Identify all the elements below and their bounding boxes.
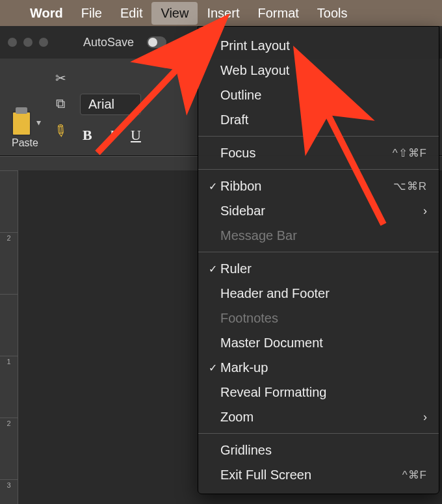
cut-icon[interactable]: ✂ <box>55 70 66 86</box>
menu-shortcut: ⌥⌘R <box>393 179 427 193</box>
ruler-tick: 2 <box>0 232 18 294</box>
ruler-tick: 1 <box>0 356 18 418</box>
menu-item-label: Gridlines <box>220 443 427 458</box>
menu-separator <box>198 136 439 137</box>
menu-item-zoom[interactable]: Zoom› <box>198 405 439 429</box>
menu-tools[interactable]: Tools <box>308 2 357 25</box>
menu-item-gridlines[interactable]: Gridlines <box>198 438 439 462</box>
menu-separator <box>198 433 439 434</box>
check-icon: ✓ <box>205 180 220 192</box>
menu-item-label: Ribbon <box>220 179 393 194</box>
autosave-label: AutoSave <box>83 36 134 49</box>
format-painter-icon[interactable]: ✎ <box>49 120 71 142</box>
menu-view[interactable]: View <box>151 2 198 25</box>
bold-button[interactable]: B <box>83 127 92 144</box>
menu-insert[interactable]: Insert <box>198 2 248 25</box>
menu-item-label: Reveal Formatting <box>220 385 427 400</box>
menubar: Word File Edit View Insert Format Tools <box>0 0 442 26</box>
zoom-icon[interactable] <box>39 38 48 47</box>
check-icon: ✓ <box>205 40 220 52</box>
menu-item-label: Footnotes <box>220 311 427 326</box>
chevron-down-icon[interactable]: ▾ <box>36 117 41 127</box>
chevron-right-icon: › <box>423 410 427 424</box>
menu-item-label: Zoom <box>220 410 423 425</box>
check-icon: ✓ <box>205 362 220 374</box>
menu-item-ribbon[interactable]: ✓Ribbon⌥⌘R <box>198 174 439 198</box>
menu-format[interactable]: Format <box>248 2 307 25</box>
paste-icon[interactable] <box>9 107 34 137</box>
menu-item-mark-up[interactable]: ✓Mark-up <box>198 355 439 380</box>
chevron-right-icon: › <box>423 204 427 218</box>
menu-shortcut: ^⌘F <box>402 468 427 482</box>
menu-item-label: Web Layout <box>220 63 427 78</box>
menu-item-label: Header and Footer <box>220 286 427 301</box>
menu-item-message-bar: Message Bar <box>198 223 439 248</box>
italic-button[interactable]: I <box>109 127 114 144</box>
menu-item-focus[interactable]: Focus^⇧⌘F <box>198 140 439 165</box>
menu-shortcut: ^⇧⌘F <box>393 146 427 160</box>
menu-separator <box>198 169 439 170</box>
menu-item-master-document[interactable]: Master Document <box>198 330 439 355</box>
ruler-tick: 3 <box>0 479 18 504</box>
menu-item-print-layout[interactable]: ✓Print Layout <box>198 33 439 58</box>
font-group: Arial B I U <box>80 94 141 144</box>
menu-item-web-layout[interactable]: Web Layout <box>198 58 439 83</box>
menu-item-label: Mark-up <box>220 360 427 375</box>
menu-item-label: Outline <box>220 88 427 103</box>
menu-item-label: Message Bar <box>220 228 427 243</box>
view-menu-dropdown: ✓Print LayoutWeb LayoutOutlineDraftFocus… <box>198 26 439 494</box>
menu-item-exit-full-screen[interactable]: Exit Full Screen^⌘F <box>198 462 439 487</box>
menu-separator <box>198 252 439 252</box>
menu-file[interactable]: File <box>72 2 111 25</box>
menu-item-label: Ruler <box>220 261 427 276</box>
menu-item-sidebar[interactable]: Sidebar› <box>198 198 439 223</box>
check-icon: ✓ <box>205 263 220 275</box>
menu-item-label: Focus <box>220 146 393 161</box>
menu-item-ruler[interactable]: ✓Ruler <box>198 256 439 281</box>
menu-item-label: Print Layout <box>220 38 427 53</box>
menu-item-footnotes: Footnotes <box>198 306 439 330</box>
ruler-tick <box>0 294 18 356</box>
underline-button[interactable]: U <box>131 127 141 144</box>
menu-edit[interactable]: Edit <box>111 2 151 25</box>
minimize-icon[interactable] <box>23 38 32 47</box>
copy-icon[interactable]: ⧉ <box>56 96 65 111</box>
ruler-tick: 2 <box>0 418 18 479</box>
close-icon[interactable] <box>8 38 17 47</box>
menu-item-label: Draft <box>220 113 427 127</box>
menu-item-outline[interactable]: Outline <box>198 83 439 107</box>
autosave-toggle[interactable] <box>147 36 166 48</box>
menu-app[interactable]: Word <box>21 2 72 25</box>
menu-item-label: Exit Full Screen <box>220 468 402 483</box>
menu-item-draft[interactable]: Draft <box>198 107 439 132</box>
clipboard-side-icons: ✂ ⧉ ✎ <box>54 70 67 140</box>
ruler-vertical[interactable]: 2 1 2 3 4 <box>0 170 18 504</box>
font-name-select[interactable]: Arial <box>80 94 141 115</box>
menu-item-label: Master Document <box>220 336 427 351</box>
ruler-tick <box>0 170 18 232</box>
paste-group: ▾ Paste <box>9 107 41 149</box>
menu-item-label: Sidebar <box>220 204 423 219</box>
menu-item-reveal-formatting[interactable]: Reveal Formatting <box>198 380 439 405</box>
traffic-lights <box>8 38 48 47</box>
paste-label: Paste <box>12 137 38 149</box>
menu-item-header-and-footer[interactable]: Header and Footer <box>198 281 439 306</box>
